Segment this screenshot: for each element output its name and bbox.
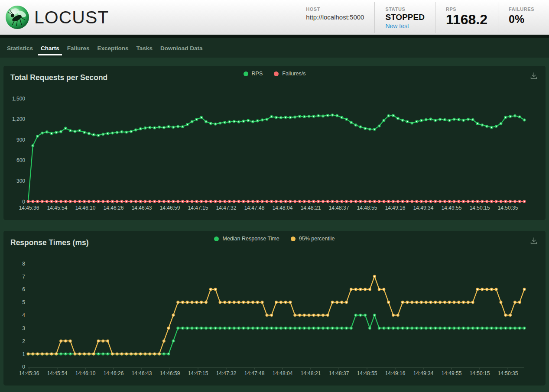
95-percentile-point-center (46, 353, 48, 355)
median-response-time-point-center (205, 327, 207, 329)
rps-point-center (318, 115, 319, 117)
median-response-time-point-center (103, 353, 104, 355)
tab-failures[interactable]: Failures (63, 39, 94, 57)
95-percentile-point-center (247, 302, 249, 303)
legend-dot-icon (214, 236, 219, 241)
median-response-time-point-center (243, 327, 244, 329)
download-chart-icon[interactable] (529, 236, 539, 246)
failures-s-point-center (393, 201, 394, 202)
rps-point-center (121, 131, 123, 133)
failures-s-point-center (37, 201, 38, 202)
failures-s-point-center (397, 201, 399, 202)
status-stat: STATUS STOPPED New test (374, 2, 435, 33)
tab-charts[interactable]: Charts (37, 39, 63, 57)
median-response-time-point-center (421, 327, 422, 329)
download-chart-icon[interactable] (529, 71, 539, 81)
median-response-time-point-center (60, 353, 62, 355)
95-percentile-point-center (187, 302, 188, 303)
95-percentile-point-center (299, 314, 300, 316)
failures-s-point-center (145, 201, 146, 202)
failures-s-point-center (224, 201, 225, 202)
rps-point-center (168, 126, 169, 127)
95-percentile-point-center (364, 289, 366, 290)
rps-point-center (145, 127, 146, 129)
tab-exceptions[interactable]: Exceptions (94, 39, 133, 57)
95-percentile-point-center (70, 340, 71, 342)
x-axis-tick-label: 14:48:55 (357, 205, 377, 211)
median-response-time-point-center (229, 327, 230, 329)
95-percentile-point-center (439, 302, 441, 303)
legend-item[interactable]: 95% percentile (291, 236, 335, 242)
rps-point-center (355, 124, 357, 126)
rps-point-center (486, 126, 487, 127)
failures-s-point-center (309, 201, 310, 202)
rps-point-center (379, 126, 380, 127)
95-percentile-point-center (149, 353, 151, 355)
failures-s-point-center (383, 201, 385, 202)
rps-point-center (454, 119, 455, 120)
failures-s-point-center (285, 201, 286, 202)
tab-download-data[interactable]: Download Data (156, 39, 207, 57)
rps-point-center (374, 129, 375, 130)
rps-point-center (369, 129, 370, 130)
95-percentile-point-center (280, 302, 282, 303)
median-response-time-point-center (426, 327, 427, 329)
rps-point-center (285, 117, 286, 118)
failures-s-point-center (519, 201, 520, 202)
median-response-time-point-center (215, 327, 216, 329)
95-percentile-point-center (412, 302, 413, 303)
rps-point-center (93, 134, 94, 136)
legend-item[interactable]: RPS (244, 71, 263, 77)
rps-stat: RPS 1168.2 (435, 2, 498, 33)
median-response-time-point-center (294, 327, 296, 329)
failures-s-point-center (205, 201, 207, 202)
rps-point-center (327, 115, 328, 116)
x-axis-tick-label: 14:46:43 (132, 205, 152, 211)
x-axis-tick-label: 14:48:55 (357, 370, 377, 376)
rps-point-center (360, 126, 361, 128)
legend-item[interactable]: Median Response Time (214, 236, 279, 242)
median-response-time-point-center (397, 327, 399, 329)
rps-point-center (182, 126, 183, 127)
legend-item[interactable]: Failures/s (274, 71, 305, 77)
rps-point-center (103, 134, 104, 135)
median-response-time-point-center (234, 327, 235, 329)
failures-s-point-center (294, 201, 296, 202)
rps-point-center (402, 120, 403, 121)
95-percentile-point-center (468, 302, 469, 303)
rps-point-center (351, 122, 352, 123)
95-percentile-point-center (65, 340, 66, 342)
95-percentile-point-center (500, 302, 502, 303)
failures-s-point-center (93, 201, 94, 202)
median-response-time-point-center (468, 327, 469, 329)
95-percentile-point-center (337, 302, 338, 303)
rps-point-center (313, 116, 315, 117)
median-response-time-point-center (210, 327, 211, 329)
95-percentile-point-center (290, 302, 291, 303)
95-percentile-point-center (463, 302, 464, 303)
failures-s-point-center (84, 201, 85, 202)
95-percentile-point-center (42, 353, 43, 355)
legend-label: RPS (252, 71, 263, 77)
failures-s-point-center (360, 201, 361, 202)
rps-point-center (472, 119, 474, 120)
median-response-time-point-center (416, 327, 417, 329)
95-percentile-point-center (177, 302, 179, 303)
95-percentile-point-center (220, 302, 221, 303)
response-times-chart-plot[interactable]: 01234567814:45:3614:45:5414:46:1014:46:2… (3, 231, 546, 386)
rps-chart-plot[interactable]: 03006009001,2001,50014:45:3614:45:5414:4… (3, 66, 546, 220)
tab-tasks[interactable]: Tasks (133, 39, 156, 57)
rps-point-center (98, 135, 99, 136)
95-percentile-point-center (519, 302, 520, 303)
tab-statistics[interactable]: Statistics (3, 39, 37, 57)
rps-point-center (60, 131, 62, 133)
median-response-time-point-center (220, 327, 221, 329)
rps-point-center (107, 133, 108, 134)
new-test-link[interactable]: New test (385, 23, 424, 29)
rps-point-center (56, 132, 57, 133)
x-axis-tick-label: 14:49:16 (385, 370, 406, 376)
95-percentile-point-center (271, 314, 272, 316)
95-percentile-point-center (397, 314, 399, 316)
x-axis-tick-label: 14:49:34 (413, 205, 434, 211)
y-axis-tick-label: 1 (22, 351, 25, 357)
